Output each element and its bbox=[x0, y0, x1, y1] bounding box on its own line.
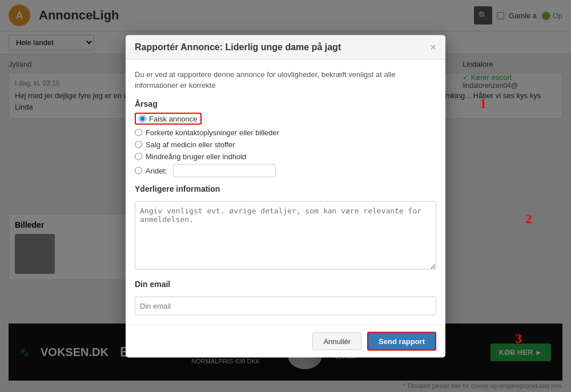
radio-label-1: Falsk annonce bbox=[149, 114, 198, 123]
modal-description: Du er ved at rapportere denne annonce fo… bbox=[135, 68, 436, 91]
email-section-label: Din email bbox=[135, 279, 436, 288]
radio-option-3[interactable]: Salg af medicin eller stoffer bbox=[135, 140, 436, 148]
selected-radio-box: Falsk annonce bbox=[135, 112, 202, 124]
radio-label-2: Forkerte kontaktoplysninger eller billed… bbox=[146, 128, 279, 136]
annotation-3: 3 bbox=[515, 331, 522, 346]
yderligere-label: Yderligere information bbox=[135, 184, 436, 193]
email-input[interactable] bbox=[135, 296, 436, 315]
radio-option-2[interactable]: Forkerte kontaktoplysninger eller billed… bbox=[135, 128, 436, 136]
modal-header: Rapportér Annonce: Liderlig unge dame på… bbox=[126, 35, 445, 59]
radio-andet[interactable] bbox=[135, 167, 142, 174]
radio-label-4: Mindreårig bruger eller indhold bbox=[146, 152, 246, 160]
email-section: Din email bbox=[135, 279, 436, 315]
info-textarea[interactable] bbox=[135, 201, 436, 269]
radio-option-4[interactable]: Mindreårig bruger eller indhold bbox=[135, 152, 436, 160]
modal-footer: Annullér Send rapport bbox=[126, 324, 445, 357]
andet-text-input[interactable] bbox=[173, 164, 276, 177]
radio-option-1[interactable]: Falsk annonce bbox=[135, 112, 436, 124]
modal-close-button[interactable]: × bbox=[430, 42, 436, 52]
radio-label-5: Andet: bbox=[146, 166, 167, 175]
radio-label-3: Salg af medicin eller stoffer bbox=[146, 140, 235, 148]
radio-falsk-annonce[interactable] bbox=[139, 115, 146, 122]
arsag-label: Årsag bbox=[135, 99, 436, 108]
cancel-button[interactable]: Annullér bbox=[312, 332, 361, 350]
radio-option-5[interactable]: Andet: bbox=[135, 164, 436, 177]
send-rapport-button[interactable]: Send rapport bbox=[367, 332, 436, 350]
radio-mindreaarig[interactable] bbox=[135, 152, 142, 160]
radio-forkerte[interactable] bbox=[135, 128, 142, 136]
report-modal: Rapportér Annonce: Liderlig unge dame på… bbox=[126, 35, 445, 357]
annotation-2: 2 bbox=[525, 211, 532, 227]
modal-body: Du er ved at rapportere denne annonce fo… bbox=[126, 59, 445, 324]
modal-title: Rapportér Annonce: Liderlig unge dame på… bbox=[135, 42, 341, 52]
annotation-1: 1 bbox=[480, 96, 486, 111]
radio-medicin[interactable] bbox=[135, 140, 142, 148]
